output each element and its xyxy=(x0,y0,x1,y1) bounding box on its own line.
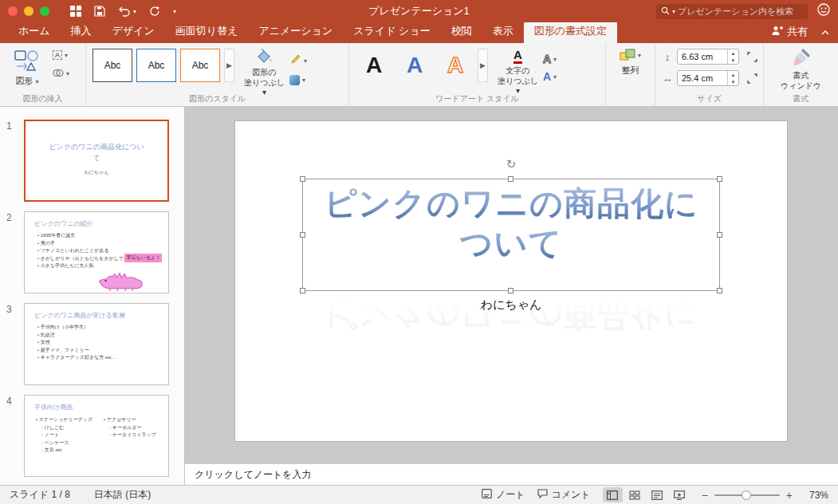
tab-animations[interactable]: アニメーション xyxy=(248,21,343,43)
slide-thumbnail-3[interactable]: ピンクのワニ商品が受ける客層 子供向け（小中学生） 乳幼児 女性 親子ママ、ファ… xyxy=(24,303,169,385)
width-stepper[interactable]: ▲▼ xyxy=(727,71,738,85)
shape-width-field: ↔ 25.4 cm ▲▼ xyxy=(662,70,739,86)
thumb2-highlight-tag: 実写もいるよ！ xyxy=(124,254,162,262)
ribbon-group-shape-styles: Abc Abc Abc ▶ 図形の 塗りつぶし ▾ ▾ ▾ 図形 xyxy=(86,43,349,106)
format-brush-icon xyxy=(793,49,810,69)
thumb2-title: ピンクのワニの紹介 xyxy=(34,219,168,228)
crop-alt-icon[interactable] xyxy=(747,73,757,87)
shapes-caret-icon: ▾ xyxy=(36,78,39,85)
notes-toggle-button[interactable]: ノート xyxy=(482,488,525,502)
redo-button[interactable] xyxy=(149,6,160,17)
zoom-percentage[interactable]: 73% xyxy=(805,490,828,501)
crop-icon[interactable] xyxy=(747,51,757,65)
toolbar-options-caret-icon[interactable]: ▾ xyxy=(173,8,176,15)
slideshow-button[interactable] xyxy=(670,487,690,502)
merge-shapes-button[interactable]: ▾ xyxy=(53,66,69,81)
format-pane-button[interactable]: 書式 ウィンドウ xyxy=(770,49,832,91)
wordart-styles-more-icon[interactable]: ▶ xyxy=(478,49,488,82)
shape-style-preview-3[interactable]: Abc xyxy=(180,49,220,82)
wordart-style-preview-2[interactable]: A xyxy=(396,49,433,82)
reading-view-button[interactable] xyxy=(647,487,667,502)
normal-view-button[interactable] xyxy=(603,487,623,502)
slide-counter: スライド 1 / 8 xyxy=(10,488,70,502)
slide-thumbnail-4[interactable]: 子供向け商品 ステーショナリーグッズ けしごむ ノート ペンケース 文具 etc… xyxy=(24,395,169,477)
ribbon-group-arrange: ▾ 整列 xyxy=(606,43,655,106)
shape-fill-label-line2: 塗りつぶし xyxy=(244,78,285,89)
tab-review[interactable]: 校閲 xyxy=(441,21,482,43)
resize-handle-nw[interactable] xyxy=(300,176,305,182)
tab-slideshow[interactable]: スライド ショー xyxy=(343,21,440,43)
tab-transitions[interactable]: 画面切り替え xyxy=(165,21,249,43)
rotate-handle-icon[interactable]: ↻ xyxy=(505,158,517,171)
shape-outline-button[interactable]: ▾ xyxy=(289,53,307,69)
height-value[interactable]: 6.63 cm xyxy=(678,52,727,61)
shape-effects-button[interactable]: ▾ xyxy=(289,75,307,85)
resize-handle-n[interactable] xyxy=(508,176,513,182)
resize-handle-ne[interactable] xyxy=(717,176,722,182)
undo-button[interactable]: ▾ xyxy=(118,6,136,17)
format-pane-label-line2: ウィンドウ xyxy=(781,81,821,92)
arrange-icon xyxy=(620,49,635,62)
text-effects-button[interactable]: A▾ xyxy=(543,71,557,82)
text-effects-icon: A xyxy=(543,71,551,82)
language-indicator[interactable]: 日本語 (日本) xyxy=(94,488,151,502)
slide-thumbnail-2[interactable]: ピンクのワニの紹介 1995年春に誕生 男の子 ツチノコといわれたことがある さ… xyxy=(24,211,169,293)
title-text-box-selection[interactable]: ↻ ピンクのワニの商品化に ついて ピンクのワニ xyxy=(302,179,720,291)
slide-thumbnail-1[interactable]: ピンクのワニの商品化について わにちゃん xyxy=(24,120,169,202)
slide-canvas-area: ↻ ピンクのワニの商品化に ついて ピンクのワニ xyxy=(185,107,838,463)
width-value[interactable]: 25.4 cm xyxy=(678,73,727,83)
share-label: 共有 xyxy=(787,25,808,39)
shape-style-preview-1[interactable]: Abc xyxy=(92,49,132,82)
shape-fill-label-line1: 図形の xyxy=(244,68,285,78)
share-person-icon xyxy=(771,26,783,38)
text-box-icon: A xyxy=(53,50,62,60)
text-box-button[interactable]: A▾ xyxy=(53,50,69,60)
zoom-out-button[interactable]: − xyxy=(702,490,708,501)
tab-insert[interactable]: 挿入 xyxy=(61,21,102,43)
slide-subtitle-text[interactable]: わにちゃん xyxy=(235,297,787,313)
zoom-slider[interactable] xyxy=(714,494,780,496)
tab-design[interactable]: デザイン xyxy=(102,21,165,43)
tab-home[interactable]: ホーム xyxy=(8,21,61,43)
comments-toggle-label: コメント xyxy=(552,488,591,502)
shape-fill-button[interactable]: 図形の 塗りつぶし ▾ xyxy=(244,49,285,98)
notes-input[interactable]: クリックしてノートを入力 xyxy=(185,463,838,485)
thumb3-title: ピンクのワニ商品が受ける客層 xyxy=(34,311,168,320)
collapse-ribbon-icon[interactable] xyxy=(820,26,830,38)
tab-shape-format[interactable]: 図形の書式設定 xyxy=(524,21,617,43)
tab-view[interactable]: 表示 xyxy=(482,21,524,43)
account-icon[interactable] xyxy=(817,3,830,19)
group-label-format: 書式 xyxy=(764,93,838,104)
text-outline-button[interactable]: A▾ xyxy=(543,53,557,65)
search-scope-caret-icon[interactable]: ▾ xyxy=(672,8,675,15)
height-icon: ↕ xyxy=(662,51,673,63)
search-input[interactable] xyxy=(678,6,803,16)
zoom-in-button[interactable]: + xyxy=(786,490,793,501)
thumb4-columns: ステーショナリーグッズ けしごむ ノート ペンケース 文具 etc アクセサリー… xyxy=(36,416,168,455)
save-icon[interactable] xyxy=(94,6,105,17)
view-switcher-icon[interactable] xyxy=(70,6,81,17)
wordart-style-preview-3[interactable]: A xyxy=(437,49,474,82)
shape-style-preview-2[interactable]: Abc xyxy=(136,49,176,82)
fullscreen-window-button[interactable] xyxy=(40,6,49,16)
shapes-button[interactable]: 図形 ▾ xyxy=(6,49,48,87)
thumb1-title: ピンクのワニの商品化について xyxy=(26,142,167,163)
shapes-button-label: 図形 xyxy=(15,76,33,85)
comments-toggle-button[interactable]: コメント xyxy=(537,488,591,502)
share-button[interactable]: 共有 xyxy=(771,25,808,39)
width-icon: ↔ xyxy=(662,73,673,85)
traffic-lights xyxy=(8,6,49,16)
text-fill-button[interactable]: A 文字の 塗りつぶし ▾ xyxy=(498,49,538,96)
ribbon-group-insert-shapes: 図形 ▾ A▾ ▾ 図形の挿入 xyxy=(0,43,86,106)
zoom-slider-knob[interactable] xyxy=(742,490,751,500)
pink-crocodile-image xyxy=(96,268,146,292)
close-window-button[interactable] xyxy=(8,6,18,16)
slide-sorter-view-button[interactable] xyxy=(625,487,645,502)
wordart-style-preview-1[interactable]: A xyxy=(356,49,392,82)
search-box: ▾ xyxy=(656,4,808,19)
minimize-window-button[interactable] xyxy=(24,6,33,16)
arrange-button[interactable]: ▾ 整列 xyxy=(620,49,641,77)
slide-surface[interactable]: ↻ ピンクのワニの商品化に ついて ピンクのワニ xyxy=(235,121,787,441)
shape-styles-more-icon[interactable]: ▶ xyxy=(224,49,234,82)
height-stepper[interactable]: ▲▼ xyxy=(727,49,738,64)
